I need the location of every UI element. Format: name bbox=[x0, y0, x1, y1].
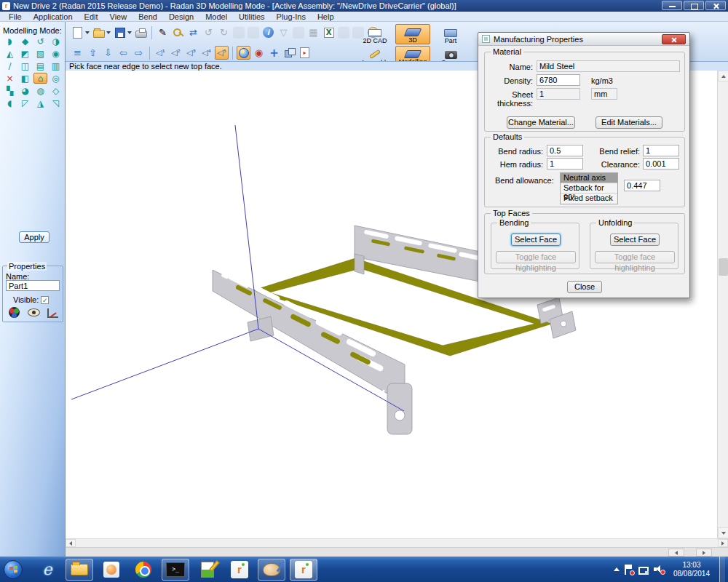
menu-utilities[interactable]: Utilities bbox=[233, 12, 270, 21]
menu-help[interactable]: Help bbox=[312, 12, 340, 21]
pan-move-icon[interactable]: + bbox=[267, 46, 281, 60]
view-3-icon[interactable]: ◁³ bbox=[184, 46, 198, 60]
bending-select-face-button[interactable]: Select Face bbox=[511, 234, 561, 246]
datum-axes-icon[interactable] bbox=[47, 308, 58, 318]
show-hidden-icons-icon[interactable] bbox=[614, 565, 620, 571]
close-window-button[interactable] bbox=[705, 1, 726, 10]
modelling-tool-icon-20[interactable]: ◇ bbox=[49, 85, 63, 96]
open-icon[interactable] bbox=[92, 25, 106, 39]
dialog-close-button[interactable]: Close bbox=[567, 281, 602, 293]
move-up-icon[interactable]: ⇧ bbox=[86, 46, 100, 60]
modelling-tool-icon-16[interactable]: ◎ bbox=[49, 73, 63, 84]
export-part-icon[interactable]: ▸ bbox=[298, 46, 312, 60]
bend-allowance-option-setback-90[interactable]: Setback for 90° bbox=[561, 183, 617, 194]
taskbar-internet-explorer[interactable]: e bbox=[33, 559, 61, 581]
taskbar-radan-app-1[interactable]: r bbox=[226, 559, 253, 581]
sheet-thickness-field[interactable]: 1 bbox=[537, 88, 580, 100]
modelling-tool-icon-2[interactable]: ◆ bbox=[18, 36, 32, 47]
menu-edit[interactable]: Edit bbox=[79, 12, 104, 21]
modelling-tool-icon-11[interactable]: ▤ bbox=[33, 60, 47, 71]
bend-allowance-option-neutral-axis[interactable]: Neutral axis bbox=[561, 173, 617, 183]
start-button[interactable] bbox=[4, 560, 23, 579]
move-right-icon[interactable]: ⇨ bbox=[132, 46, 146, 60]
scroll-up-icon[interactable] bbox=[718, 71, 728, 81]
shaded-view-icon-selected[interactable] bbox=[237, 46, 250, 60]
bend-radius-field[interactable]: 0.5 bbox=[547, 145, 583, 156]
front-rail-panel[interactable] bbox=[213, 270, 412, 434]
sync-icon[interactable]: ⇄ bbox=[186, 25, 200, 39]
change-material-button[interactable]: Change Material... bbox=[507, 116, 575, 129]
modelling-tool-icon-19[interactable]: ◍ bbox=[33, 85, 47, 96]
tab-scroll-right-icon[interactable] bbox=[696, 549, 712, 557]
right-corner-tabs[interactable] bbox=[537, 298, 576, 338]
reorder-icon[interactable]: ≡ bbox=[71, 46, 84, 60]
mode-3d-button-active[interactable]: 3D bbox=[395, 24, 430, 44]
hem-radius-field[interactable]: 1 bbox=[547, 158, 583, 170]
network-icon[interactable] bbox=[638, 565, 649, 574]
taskbar-clock[interactable]: 13:03 08/08/2014 bbox=[669, 561, 714, 578]
menu-application[interactable]: Application bbox=[28, 12, 79, 21]
filter-icon[interactable]: ▽ bbox=[277, 25, 290, 39]
horizontal-scrollbar[interactable] bbox=[66, 538, 728, 547]
delete-tool-icon[interactable]: × bbox=[3, 73, 17, 84]
redo-icon[interactable]: ↻ bbox=[217, 25, 231, 39]
dialog-titlebar[interactable]: Manufacturing Properties bbox=[478, 33, 689, 46]
new-icon[interactable] bbox=[71, 25, 84, 39]
grid-icon[interactable]: ▦ bbox=[306, 25, 320, 39]
unfolding-toggle-highlight-button[interactable]: Toggle face highlighting bbox=[595, 251, 675, 263]
scroll-left-icon[interactable] bbox=[66, 539, 76, 547]
taskbar-chrome[interactable] bbox=[130, 559, 157, 581]
dialog-close-icon[interactable] bbox=[662, 34, 686, 44]
apply-button[interactable]: Apply bbox=[19, 231, 50, 243]
window-titlebar[interactable]: r New Drive 2 (Radan 2015 Release Demo) … bbox=[0, 0, 728, 12]
menu-bend[interactable]: Bend bbox=[132, 12, 163, 21]
modelling-tool-icon-14[interactable]: ◧ bbox=[18, 73, 32, 84]
info-icon[interactable]: i bbox=[261, 25, 275, 39]
modelling-tool-icon-9[interactable]: ∕ bbox=[3, 60, 17, 71]
undo-icon[interactable]: ↺ bbox=[202, 25, 215, 39]
target-icon[interactable]: ◉ bbox=[252, 46, 266, 60]
taskbar-nesting-app[interactable] bbox=[194, 559, 221, 581]
modelling-tool-icon-22[interactable]: ◸ bbox=[18, 97, 32, 108]
move-down-icon[interactable]: ⇩ bbox=[101, 46, 115, 60]
excel-export-icon[interactable]: X bbox=[322, 25, 336, 39]
modelling-tool-icon-21[interactable]: ◖ bbox=[3, 97, 17, 108]
move-left-icon[interactable]: ⇦ bbox=[116, 46, 130, 60]
allowance-value-field[interactable]: 0.447 bbox=[624, 180, 660, 191]
view-2-icon[interactable]: ◁² bbox=[169, 46, 183, 60]
scroll-down-icon[interactable] bbox=[718, 527, 728, 538]
visible-checkbox[interactable]: ✓ bbox=[41, 296, 49, 304]
open-dropdown-icon[interactable] bbox=[106, 31, 111, 34]
modelling-tool-icon-6[interactable]: ◩ bbox=[18, 48, 32, 59]
taskbar-radan-app-2-active[interactable]: r bbox=[290, 559, 317, 581]
density-field[interactable]: 6780 bbox=[537, 74, 580, 86]
modelling-tool-icon-5[interactable]: ◭ bbox=[3, 48, 17, 59]
modelling-tool-icon-23[interactable]: ◮ bbox=[33, 97, 47, 108]
edit-pencil-icon[interactable]: ✎ bbox=[156, 25, 170, 39]
modelling-tool-icon-10[interactable]: ◫ bbox=[18, 60, 32, 71]
view-5-icon-selected[interactable]: ◁⁵ bbox=[215, 46, 229, 60]
volume-muted-icon[interactable] bbox=[654, 565, 664, 574]
menu-model[interactable]: Model bbox=[199, 12, 233, 21]
scroll-right-icon[interactable] bbox=[718, 539, 728, 547]
modelling-tool-icon-12[interactable]: ▥ bbox=[49, 60, 63, 71]
print-icon[interactable] bbox=[134, 25, 148, 39]
new-dropdown-icon[interactable] bbox=[85, 31, 90, 34]
unfolding-select-face-button[interactable]: Select Face bbox=[610, 234, 660, 246]
mode-part-button[interactable]: Part bbox=[433, 24, 468, 44]
menu-file[interactable]: File bbox=[3, 12, 28, 21]
taskbar-file-explorer[interactable] bbox=[66, 559, 93, 581]
taskbar-media-player[interactable] bbox=[98, 559, 125, 581]
part-name-field[interactable]: Part1 bbox=[6, 280, 60, 291]
bending-toggle-highlight-button[interactable]: Toggle face highlighting bbox=[496, 251, 576, 263]
action-center-icon[interactable] bbox=[625, 565, 633, 575]
save-icon[interactable] bbox=[113, 25, 127, 39]
view-4-icon[interactable]: ◁⁴ bbox=[199, 46, 213, 60]
modelling-tool-icon-7[interactable]: ▧ bbox=[33, 48, 47, 59]
edit-materials-button[interactable]: Edit Materials... bbox=[596, 116, 662, 129]
view-1-icon[interactable]: ◁¹ bbox=[154, 46, 167, 60]
modelling-tool-icon-1[interactable]: ◗ bbox=[3, 36, 17, 47]
modelling-tool-icon-3[interactable]: ↺ bbox=[33, 36, 47, 47]
bend-allowance-option-fixed-setback[interactable]: Fixed setback bbox=[561, 194, 617, 204]
material-name-field[interactable]: Mild Steel bbox=[537, 60, 680, 72]
